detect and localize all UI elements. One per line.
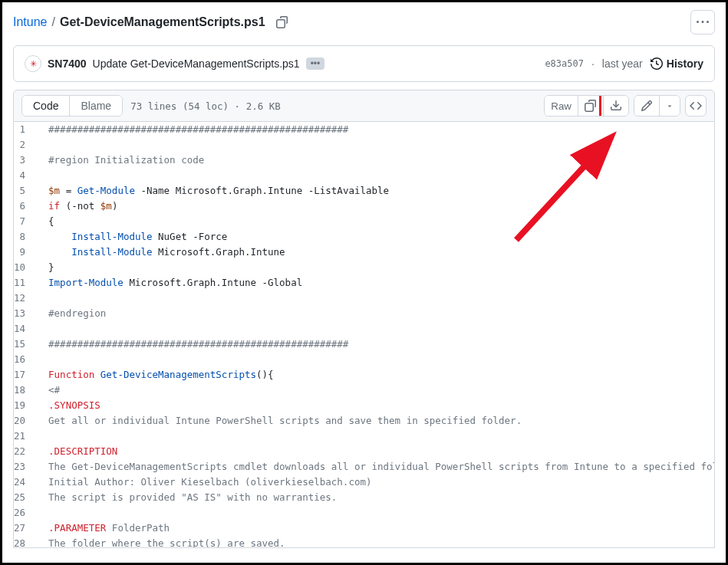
line-number[interactable]: 2: [14, 137, 35, 153]
tab-blame[interactable]: Blame: [70, 96, 122, 116]
line-content: Install-Module Microsoft.Graph.Intune: [35, 245, 715, 260]
line-number[interactable]: 15: [14, 337, 35, 352]
line-content: .DESCRIPTION: [35, 444, 715, 459]
download-icon: [610, 100, 622, 112]
symbols-icon: [690, 100, 702, 112]
edit-dropdown-button[interactable]: [660, 96, 680, 116]
line-content: #region Initialization code: [35, 153, 715, 168]
code-line: 20Get all or individual Intune PowerShel…: [14, 413, 715, 429]
more-menu-button[interactable]: [690, 10, 715, 34]
line-content: .SYNOPSIS: [35, 398, 715, 413]
raw-button[interactable]: Raw: [545, 96, 578, 116]
line-number[interactable]: 22: [14, 444, 35, 459]
line-content: ########################################…: [35, 337, 715, 352]
download-button[interactable]: [604, 96, 628, 116]
line-number[interactable]: 6: [14, 199, 35, 214]
code-line: 11Import-Module Microsoft.Graph.Intune -…: [14, 275, 715, 291]
line-number[interactable]: 17: [14, 367, 35, 383]
code-line: 18<#: [14, 383, 715, 398]
line-content: [35, 168, 715, 183]
line-content: [35, 137, 715, 153]
kebab-icon: [697, 16, 709, 28]
line-number[interactable]: 21: [14, 429, 35, 444]
code-line: 22.DESCRIPTION: [14, 444, 715, 459]
edit-group: [634, 95, 680, 117]
avatar[interactable]: ✳: [25, 55, 41, 72]
code-line: 23The Get-DeviceManagementScripts cmdlet…: [14, 459, 715, 475]
line-number[interactable]: 4: [14, 168, 35, 183]
raw-group: Raw: [544, 95, 629, 117]
line-content: #endregion: [35, 306, 715, 321]
line-number[interactable]: 28: [14, 536, 35, 548]
line-content: if (-not $m): [35, 199, 715, 214]
line-number[interactable]: 23: [14, 459, 35, 475]
breadcrumb: Intune / Get-DeviceManagementScripts.ps1: [13, 15, 288, 29]
line-number[interactable]: 11: [14, 275, 35, 291]
line-content: [35, 505, 715, 521]
line-number[interactable]: 27: [14, 521, 35, 536]
line-content: The Get-DeviceManagementScripts cmdlet d…: [35, 459, 715, 475]
line-number[interactable]: 12: [14, 291, 35, 306]
file-meta: 73 lines (54 loc) · 2.6 KB: [130, 100, 281, 112]
code-line: 28The folder where the script(s) are sav…: [14, 536, 715, 548]
code-line: 17Function Get-DeviceManagementScripts()…: [14, 367, 715, 383]
code-line: 14: [14, 321, 715, 337]
line-number[interactable]: 5: [14, 183, 35, 199]
commit-author[interactable]: SN7400: [48, 57, 87, 70]
code-line: 6if (-not $m): [14, 199, 715, 214]
line-content: [35, 321, 715, 337]
line-content: $m = Get-Module -Name Microsoft.Graph.In…: [35, 183, 715, 199]
code-line: 16: [14, 352, 715, 367]
line-content: The script is provided "AS IS" with no w…: [35, 490, 715, 505]
line-content: ########################################…: [35, 122, 715, 137]
history-icon: [651, 57, 663, 70]
code-line: 5$m = Get-Module -Name Microsoft.Graph.I…: [14, 183, 715, 199]
code-line: 26: [14, 505, 715, 521]
symbols-button[interactable]: [685, 95, 707, 117]
edit-button[interactable]: [634, 96, 660, 116]
line-number[interactable]: 25: [14, 490, 35, 505]
commit-ellipsis-button[interactable]: •••: [306, 57, 325, 70]
copy-path-icon[interactable]: [276, 16, 288, 28]
line-content: }: [35, 260, 715, 275]
code-line: 9 Install-Module Microsoft.Graph.Intune: [14, 245, 715, 260]
line-number[interactable]: 20: [14, 413, 35, 429]
tab-code[interactable]: Code: [22, 96, 70, 116]
history-button[interactable]: History: [651, 57, 703, 70]
code-line: 25The script is provided "AS IS" with no…: [14, 490, 715, 505]
line-number[interactable]: 10: [14, 260, 35, 275]
code-line: 27.PARAMETER FolderPath: [14, 521, 715, 536]
line-content: Import-Module Microsoft.Graph.Intune -Gl…: [35, 275, 715, 291]
line-content: Function Get-DeviceManagementScripts(){: [35, 367, 715, 383]
line-number[interactable]: 13: [14, 306, 35, 321]
line-content: [35, 352, 715, 367]
line-number[interactable]: 9: [14, 245, 35, 260]
line-number[interactable]: 16: [14, 352, 35, 367]
line-number[interactable]: 24: [14, 475, 35, 490]
line-number[interactable]: 7: [14, 214, 35, 229]
line-number[interactable]: 1: [14, 122, 35, 137]
line-number[interactable]: 18: [14, 383, 35, 398]
line-number[interactable]: 3: [14, 153, 35, 168]
breadcrumb-separator: /: [51, 15, 54, 29]
commit-dot: ·: [591, 57, 595, 70]
history-label: History: [667, 57, 703, 70]
code-line: 21: [14, 429, 715, 444]
commit-message[interactable]: Update Get-DeviceManagementScripts.ps1: [93, 57, 300, 70]
code-line: 3#region Initialization code: [14, 153, 715, 168]
commit-row: ✳ SN7400 Update Get-DeviceManagementScri…: [13, 45, 715, 82]
line-number[interactable]: 8: [14, 229, 35, 245]
code-line: 13#endregion: [14, 306, 715, 321]
commit-hash[interactable]: e83a507: [545, 58, 584, 69]
line-number[interactable]: 26: [14, 505, 35, 521]
code-table: 1#######################################…: [14, 122, 715, 548]
pencil-icon: [641, 100, 653, 112]
code-line: 19.SYNOPSIS: [14, 398, 715, 413]
line-number[interactable]: 19: [14, 398, 35, 413]
code-container: 1#######################################…: [13, 122, 715, 548]
line-content: <#: [35, 383, 715, 398]
line-number[interactable]: 14: [14, 321, 35, 337]
line-content: Initial Author: Oliver Kieselbach (olive…: [35, 475, 715, 490]
copy-button[interactable]: [578, 96, 604, 116]
breadcrumb-parent[interactable]: Intune: [13, 15, 47, 29]
